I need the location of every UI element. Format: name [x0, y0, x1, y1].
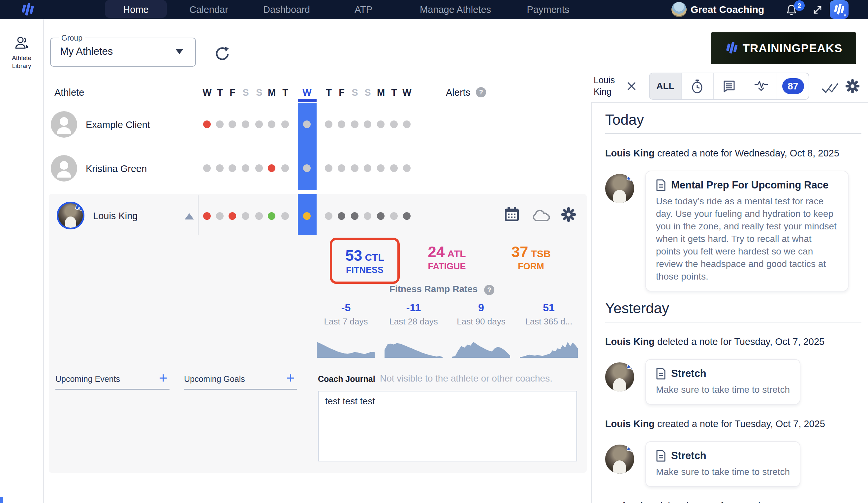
compliance-dot[interactable]: [403, 164, 411, 172]
cloud-sync-icon[interactable]: [531, 209, 551, 222]
mark-all-read-icon[interactable]: [821, 82, 840, 94]
compliance-dot[interactable]: [351, 164, 359, 172]
compliance-dot[interactable]: [255, 212, 263, 220]
day-header[interactable]: T: [282, 87, 288, 98]
note-card[interactable]: StretchMake sure to take time to stretch: [645, 359, 800, 405]
sidebar-item-athlete-library[interactable]: Athlete Library: [0, 36, 43, 70]
day-header[interactable]: W: [302, 87, 311, 98]
nav-tab-manage-athletes[interactable]: Manage Athletes: [420, 0, 491, 19]
compliance-dot[interactable]: [203, 164, 211, 172]
compliance-dot[interactable]: [325, 212, 332, 220]
compliance-dot[interactable]: [303, 164, 311, 172]
coach-journal-input[interactable]: test test test: [318, 391, 577, 461]
day-header[interactable]: M: [268, 87, 276, 98]
add-goal-button[interactable]: +: [286, 370, 295, 386]
ramp-rates-help-icon[interactable]: ?: [484, 285, 494, 295]
day-header[interactable]: T: [391, 87, 397, 98]
compliance-dots-row: [0, 212, 429, 220]
compliance-dot[interactable]: [338, 212, 345, 220]
compliance-dot[interactable]: [242, 120, 249, 128]
nav-tab-dashboard[interactable]: Dashboard: [263, 0, 310, 19]
alerts-help-icon[interactable]: ?: [476, 87, 486, 97]
trainingpeaks-logo-icon: [725, 41, 739, 56]
compliance-dot[interactable]: [325, 164, 332, 172]
refresh-button[interactable]: [214, 45, 230, 61]
compliance-dot[interactable]: [216, 164, 224, 172]
compliance-dot[interactable]: [403, 212, 411, 220]
coach-avatar[interactable]: [671, 2, 686, 17]
compliance-dot[interactable]: [303, 120, 311, 128]
group-select[interactable]: Group My Athletes: [50, 38, 196, 67]
close-icon[interactable]: [626, 81, 637, 92]
day-header[interactable]: S: [242, 87, 249, 98]
compliance-dot[interactable]: [242, 164, 249, 172]
athlete-settings-gear-icon[interactable]: [561, 207, 577, 222]
compliance-dot[interactable]: [229, 164, 236, 172]
compliance-dot[interactable]: [281, 212, 289, 220]
calendar-icon[interactable]: [504, 207, 520, 222]
compliance-dot[interactable]: [255, 164, 263, 172]
day-header[interactable]: T: [217, 87, 223, 98]
compliance-dot[interactable]: [377, 212, 384, 220]
feed-filter-metrics[interactable]: [745, 73, 777, 99]
compliance-dot[interactable]: [390, 164, 398, 172]
compliance-dot[interactable]: [364, 212, 371, 220]
nav-tab-atp[interactable]: ATP: [354, 0, 372, 19]
feed-filter-all[interactable]: ALL: [650, 73, 681, 99]
compliance-dot[interactable]: [281, 120, 289, 128]
compliance-dot[interactable]: [377, 164, 384, 172]
compliance-dot[interactable]: [281, 164, 289, 172]
compliance-dot[interactable]: [325, 120, 332, 128]
compliance-dot[interactable]: [242, 212, 249, 220]
compliance-dot[interactable]: [377, 120, 384, 128]
note-card[interactable]: StretchMake sure to take time to stretch: [645, 441, 800, 487]
compliance-dot[interactable]: [268, 164, 275, 172]
compliance-dot[interactable]: [351, 212, 359, 220]
compliance-dot[interactable]: [390, 120, 398, 128]
compliance-dot[interactable]: [338, 164, 345, 172]
nav-tab-home[interactable]: Home: [123, 0, 148, 19]
day-header[interactable]: S: [256, 87, 262, 98]
account-name[interactable]: Great Coaching: [691, 4, 764, 15]
compliance-dot[interactable]: [216, 120, 224, 128]
compliance-dot[interactable]: [203, 212, 211, 220]
feed-settings-gear-icon[interactable]: [845, 79, 860, 94]
nav-tab-calendar[interactable]: Calendar: [189, 0, 228, 19]
trainingpeaks-banner[interactable]: TRAININGPEAKS: [711, 32, 856, 64]
add-event-button[interactable]: +: [159, 370, 167, 386]
feed-filter-notes[interactable]: [713, 73, 745, 99]
day-header[interactable]: W: [402, 87, 411, 98]
compliance-dot[interactable]: [268, 120, 275, 128]
expand-icon[interactable]: [812, 4, 823, 16]
compliance-dot[interactable]: [268, 212, 275, 220]
day-header[interactable]: S: [364, 87, 371, 98]
compliance-dot[interactable]: [390, 212, 398, 220]
day-header[interactable]: F: [229, 87, 236, 98]
athlete-library-icon: [13, 36, 30, 51]
compliance-dot[interactable]: [364, 120, 371, 128]
compliance-dot[interactable]: [203, 120, 211, 128]
trainingpeaks-logo-icon[interactable]: [20, 2, 35, 18]
day-header[interactable]: M: [377, 87, 385, 98]
day-header[interactable]: T: [326, 87, 332, 98]
nav-tab-payments[interactable]: Payments: [527, 0, 570, 19]
compliance-dot[interactable]: [351, 120, 359, 128]
note-card[interactable]: Mental Prep For Upcoming RaceUse today’s…: [645, 171, 849, 291]
compliance-dot[interactable]: [229, 212, 236, 220]
tsb-form-metric[interactable]: 37TSB FORM: [482, 243, 580, 272]
activity-feed-panel[interactable]: TodayLouis King created a note for Wedne…: [591, 102, 868, 503]
day-header[interactable]: S: [352, 87, 358, 98]
compliance-dot[interactable]: [216, 212, 224, 220]
compliance-dot[interactable]: [338, 120, 345, 128]
compliance-dot[interactable]: [303, 212, 311, 220]
compliance-dot[interactable]: [255, 120, 263, 128]
ctl-fitness-metric-highlighted[interactable]: 53CTL FITNESS: [330, 238, 400, 284]
app-switcher-icon[interactable]: v: [830, 0, 849, 19]
day-header[interactable]: W: [203, 87, 211, 98]
compliance-dot[interactable]: [403, 120, 411, 128]
feed-filter-workouts[interactable]: [681, 73, 713, 99]
day-header[interactable]: F: [339, 87, 345, 98]
compliance-dot[interactable]: [364, 164, 371, 172]
feed-filter-count[interactable]: 87: [777, 73, 809, 99]
compliance-dot[interactable]: [229, 120, 236, 128]
